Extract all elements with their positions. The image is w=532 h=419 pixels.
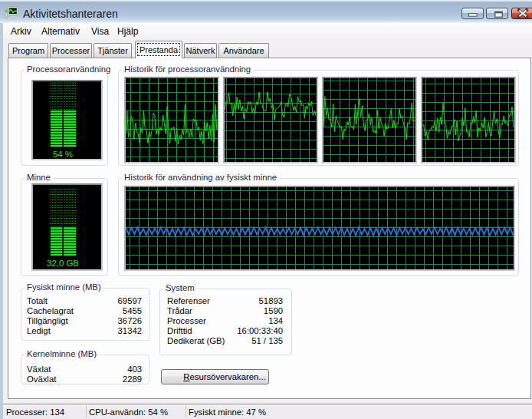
svg-text:54 %: 54 % <box>53 150 73 159</box>
svg-text:32,0 GB: 32,0 GB <box>47 259 79 268</box>
